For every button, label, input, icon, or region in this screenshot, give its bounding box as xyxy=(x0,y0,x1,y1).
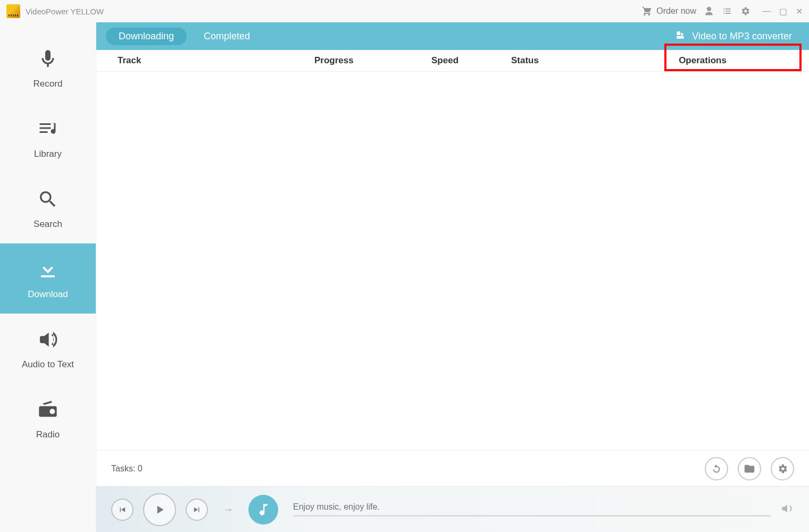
col-track: Track xyxy=(118,55,314,66)
gear-icon[interactable] xyxy=(740,6,750,16)
sidebar-item-label: Record xyxy=(34,79,63,89)
tasks-count: Tasks: 0 xyxy=(111,464,143,474)
order-now-button[interactable]: Order now xyxy=(641,6,696,16)
main-panel: Downloading Completed Video to MP3 conve… xyxy=(96,22,809,532)
next-track-button[interactable] xyxy=(186,499,208,521)
tab-downloading[interactable]: Downloading xyxy=(106,28,187,45)
list-icon[interactable] xyxy=(722,6,732,16)
prev-track-button[interactable] xyxy=(111,499,134,521)
app-title: VideoPower YELLOW xyxy=(26,7,104,16)
settings-button[interactable] xyxy=(771,457,794,480)
converter-label: Video to MP3 converter xyxy=(692,31,792,42)
sidebar-item-download[interactable]: Download xyxy=(0,243,96,314)
search-icon xyxy=(36,187,60,212)
sidebar-item-radio[interactable]: Radio xyxy=(0,384,96,454)
maximize-button[interactable]: ▢ xyxy=(779,6,787,16)
minimize-button[interactable]: — xyxy=(762,6,771,16)
close-button[interactable]: ✕ xyxy=(796,6,803,16)
sidebar: Record Library Search Download Audio to … xyxy=(0,22,96,532)
radio-icon xyxy=(36,398,60,422)
app-logo xyxy=(6,4,20,18)
arrow-icon: → xyxy=(223,503,233,516)
sidebar-item-search[interactable]: Search xyxy=(0,173,96,243)
tab-completed[interactable]: Completed xyxy=(191,28,263,45)
sidebar-item-label: Search xyxy=(34,219,62,230)
video-to-mp3-button[interactable]: Video to MP3 converter xyxy=(668,27,799,46)
player-message: Enjoy music, enjoy life. xyxy=(293,502,771,512)
sidebar-item-record[interactable]: Record xyxy=(0,33,96,103)
library-icon xyxy=(36,117,60,141)
sidebar-item-library[interactable]: Library xyxy=(0,103,96,173)
audio-text-icon xyxy=(36,327,60,352)
sidebar-item-label: Download xyxy=(28,289,68,300)
volume-icon[interactable] xyxy=(780,502,794,518)
column-headers: Track Progress Speed Status Operations xyxy=(96,50,809,72)
music-note-icon xyxy=(248,495,278,525)
titlebar: VideoPower YELLOW Order now — ▢ ✕ xyxy=(0,0,809,22)
download-icon xyxy=(36,257,60,282)
player-bar: → Enjoy music, enjoy life. xyxy=(96,486,809,532)
col-operations: Operations xyxy=(618,55,788,66)
col-speed: Speed xyxy=(431,55,511,66)
col-progress: Progress xyxy=(314,55,431,66)
microphone-icon xyxy=(36,47,60,71)
col-status: Status xyxy=(511,55,618,66)
open-folder-button[interactable] xyxy=(738,457,761,480)
sidebar-item-audio-to-text[interactable]: Audio to Text xyxy=(0,314,96,384)
refresh-button[interactable] xyxy=(705,457,728,480)
cart-icon xyxy=(641,6,652,16)
convert-icon xyxy=(675,30,686,43)
bottom-bar: Tasks: 0 xyxy=(96,450,809,486)
progress-bar[interactable] xyxy=(293,515,771,517)
sidebar-item-label: Audio to Text xyxy=(22,359,74,370)
tab-bar: Downloading Completed Video to MP3 conve… xyxy=(96,22,809,50)
task-list xyxy=(96,72,809,450)
sidebar-item-label: Library xyxy=(34,149,62,159)
order-now-label: Order now xyxy=(656,6,696,16)
sidebar-item-label: Radio xyxy=(36,429,60,440)
play-button[interactable] xyxy=(143,493,176,526)
account-icon[interactable] xyxy=(704,6,714,16)
